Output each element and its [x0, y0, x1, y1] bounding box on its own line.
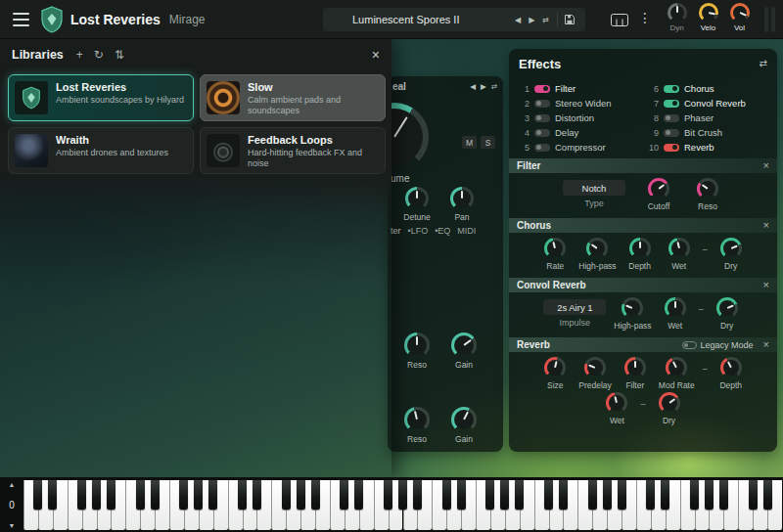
- effect-slot-chorus[interactable]: 6Chorus: [646, 81, 769, 96]
- mod-rate-knob[interactable]: [666, 357, 687, 378]
- detune-knob[interactable]: [405, 187, 429, 210]
- piano-black-key[interactable]: [588, 480, 597, 510]
- piano-black-key[interactable]: [646, 480, 655, 510]
- preset-shuffle-button[interactable]: ⇄: [538, 16, 553, 24]
- piano-black-key[interactable]: [384, 480, 392, 510]
- tab--eq[interactable]: •EQ: [435, 226, 450, 236]
- effect-toggle[interactable]: [664, 85, 679, 93]
- piano-black-key[interactable]: [282, 480, 291, 510]
- depth-knob[interactable]: [629, 238, 651, 259]
- piano-black-key[interactable]: [194, 480, 203, 510]
- selector-value[interactable]: Notch: [563, 180, 625, 196]
- piano-black-key[interactable]: [544, 480, 553, 510]
- effect-slot-convol-reverb[interactable]: 7Convol Reverb: [646, 96, 769, 111]
- piano-black-key[interactable]: [603, 480, 612, 510]
- remove-effect-button[interactable]: ×: [763, 160, 769, 171]
- remove-effect-button[interactable]: ×: [763, 220, 769, 231]
- high-pass-knob[interactable]: [622, 297, 643, 319]
- piano-black-key[interactable]: [500, 480, 509, 510]
- preset-prev-button[interactable]: ◀: [511, 16, 525, 24]
- effect-slot-delay[interactable]: 4Delay: [517, 125, 640, 140]
- piano-black-key[interactable]: [749, 480, 758, 510]
- effect-toggle[interactable]: [664, 100, 679, 108]
- effect-toggle[interactable]: [664, 129, 679, 137]
- filter-knob[interactable]: [624, 357, 646, 378]
- piano-black-key[interactable]: [413, 480, 422, 510]
- piano-black-key[interactable]: [297, 480, 305, 510]
- randomize-effects-button[interactable]: ⇄: [760, 58, 767, 68]
- add-library-button[interactable]: +: [76, 48, 83, 62]
- piano-black-key[interactable]: [485, 480, 494, 510]
- piano-black-key[interactable]: [48, 480, 57, 510]
- piano-black-key[interactable]: [33, 480, 42, 510]
- octave-up-button[interactable]: ▲: [9, 481, 16, 488]
- piano-black-key[interactable]: [442, 480, 451, 510]
- mute-button[interactable]: M: [462, 136, 477, 149]
- piano-black-key[interactable]: [107, 480, 115, 510]
- piano-black-key[interactable]: [92, 480, 101, 510]
- piano-black-key[interactable]: [311, 480, 320, 510]
- effect-slot-distortion[interactable]: 3Distortion: [517, 111, 640, 125]
- effect-slot-stereo-widen[interactable]: 2Stereo Widen: [517, 96, 640, 111]
- wet-knob[interactable]: [665, 297, 686, 319]
- tab-midi[interactable]: MIDI: [457, 226, 476, 236]
- rate-knob[interactable]: [544, 238, 566, 259]
- piano-black-key[interactable]: [354, 480, 363, 510]
- effect-toggle[interactable]: [664, 114, 679, 122]
- dry-knob[interactable]: [716, 297, 738, 319]
- piano-black-key[interactable]: [136, 480, 145, 510]
- remove-effect-button[interactable]: ×: [763, 280, 769, 290]
- piano-black-key[interactable]: [151, 480, 160, 510]
- more-menu-button[interactable]: ⋮: [638, 10, 652, 25]
- depth-knob[interactable]: [720, 357, 742, 378]
- refresh-libraries-button[interactable]: ↻: [94, 48, 104, 62]
- size-knob[interactable]: [544, 357, 566, 378]
- dry-knob[interactable]: [659, 392, 680, 414]
- vol-knob[interactable]: [730, 3, 750, 22]
- preset-save-button[interactable]: [562, 14, 577, 25]
- tab-ter[interactable]: ter: [391, 226, 401, 236]
- piano-black-key[interactable]: [515, 480, 524, 510]
- piano-black-key[interactable]: [705, 480, 714, 510]
- piano-black-key[interactable]: [719, 480, 728, 510]
- menu-button[interactable]: [13, 13, 29, 26]
- preset-bar[interactable]: Luminescent Spores II ◀ ▶ ⇄: [323, 8, 585, 31]
- wet-knob[interactable]: [668, 238, 690, 259]
- library-card-lost-reveries[interactable]: Lost ReveriesAmbient soundscapes by Hily…: [8, 74, 194, 121]
- dyn-knob[interactable]: [668, 3, 687, 22]
- piano-black-key[interactable]: [77, 480, 86, 510]
- piano-black-key[interactable]: [618, 480, 626, 510]
- remove-effect-button[interactable]: ×: [763, 339, 769, 350]
- keyboard-toggle-icon[interactable]: [611, 13, 628, 30]
- piano-black-key[interactable]: [253, 480, 261, 510]
- effect-slot-phaser[interactable]: 8Phaser: [646, 111, 769, 125]
- gain-knob[interactable]: [451, 332, 477, 358]
- piano-black-key[interactable]: [690, 480, 699, 510]
- predelay-knob[interactable]: [584, 357, 606, 378]
- piano-black-key[interactable]: [208, 480, 217, 510]
- reso-knob[interactable]: [404, 407, 430, 432]
- effect-toggle[interactable]: [534, 144, 550, 152]
- effect-toggle[interactable]: [534, 85, 550, 93]
- close-libraries-button[interactable]: ×: [372, 47, 380, 63]
- piano-black-key[interactable]: [559, 480, 568, 510]
- octave-down-button[interactable]: ▼: [9, 522, 16, 529]
- wet-knob[interactable]: [606, 392, 627, 414]
- dry-knob[interactable]: [720, 238, 742, 259]
- library-card-feedback-loops[interactable]: Feedback LoopsHard-hitting feedback FX a…: [200, 127, 386, 174]
- piano-black-key[interactable]: [661, 480, 669, 510]
- solo-button[interactable]: S: [481, 136, 495, 149]
- type-selector[interactable]: NotchType: [563, 180, 625, 208]
- effect-slot-filter[interactable]: 1Filter: [517, 81, 640, 96]
- piano-black-key[interactable]: [398, 480, 407, 510]
- layer-shuffle-button[interactable]: ⇄: [491, 82, 497, 91]
- piano-black-key[interactable]: [179, 480, 188, 510]
- effect-toggle[interactable]: [534, 114, 550, 122]
- piano-black-key[interactable]: [457, 480, 466, 510]
- high-pass-knob[interactable]: [586, 238, 608, 259]
- velo-knob[interactable]: [699, 3, 718, 22]
- library-card-slow[interactable]: SlowCalm ambient pads and soundscapes: [200, 74, 386, 121]
- legacy-mode-toggle[interactable]: Legacy Mode: [682, 340, 754, 350]
- effect-toggle[interactable]: [664, 144, 679, 152]
- layer-prev-button[interactable]: ◀: [470, 82, 476, 91]
